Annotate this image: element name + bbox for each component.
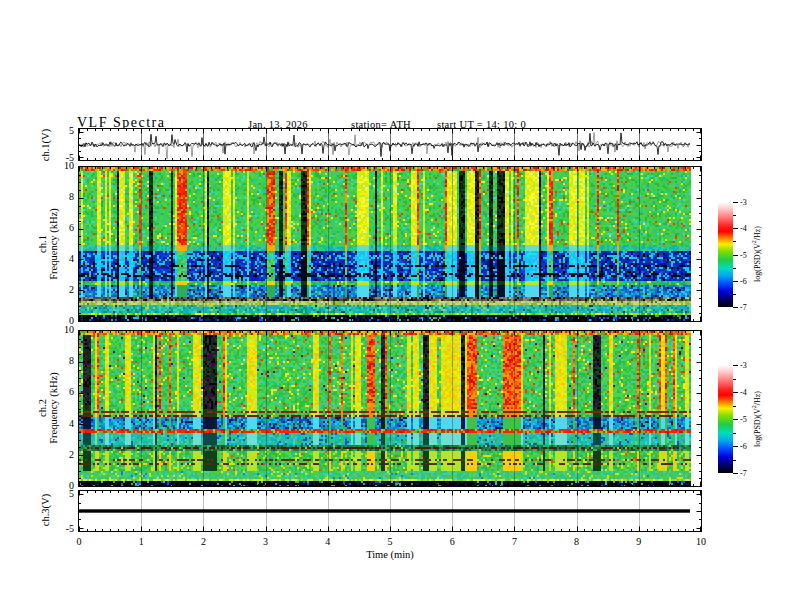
x-tick-label: 3 [251,536,281,548]
colorbar-tick-label: -5 [740,415,747,424]
colorbar-minor-tick [733,406,736,407]
y-tick-label: -5 [44,523,74,535]
x-tick-label: 6 [437,536,467,548]
y-tick-label: 4 [44,418,74,430]
panel-ch1-waveform [78,128,702,161]
x-tick-label: 2 [188,536,218,548]
colorbar-ch1 [718,202,733,307]
colorbar-tick [733,365,738,366]
y-tick-label: 4 [44,253,74,265]
colorbar-tick-label: -7 [740,303,747,312]
colorbar-ch2 [718,365,733,473]
colorbar-tick-label: -7 [740,469,747,478]
colorbar-tick-label: -4 [740,224,747,233]
x-tick-label: 0 [64,536,94,548]
y-tick-label: 10 [44,160,74,172]
x-axis-title: Time (min) [340,549,440,560]
colorbar-tick [733,281,738,282]
colorbar-tick-label: -6 [740,277,747,286]
colorbar-tick-label: -6 [740,442,747,451]
colorbar-tick [733,446,738,447]
x-tick-label: 10 [686,536,716,548]
colorbar-tick [733,228,738,229]
colorbar-minor-tick [733,433,736,434]
x-tick-label: 1 [126,536,156,548]
panel-ch2-spectrogram [78,330,702,487]
x-tick-label: 9 [624,536,654,548]
colorbar-tick-label: -4 [740,388,747,397]
colorbar-tick [733,392,738,393]
colorbar-minor-tick [733,460,736,461]
colorbar-tick [733,419,738,420]
ch2-spectrogram-canvas [79,331,701,486]
colorbar-minor-tick [733,294,736,295]
y-tick-label: 8 [44,355,74,367]
colorbar-minor-tick [733,379,736,380]
colorbar-minor-tick [733,268,736,269]
colorbar-tick [733,473,738,474]
x-tick-label: 7 [499,536,529,548]
colorbar-tick-label: -5 [740,251,747,260]
x-tick-label: 8 [562,536,592,548]
y-tick-label: 8 [44,191,74,203]
y-tick-label: 5 [44,125,74,137]
y-tick-label: 2 [44,284,74,296]
colorbar-minor-tick [733,241,736,242]
ch1-spectrogram-canvas [79,167,701,321]
ch1-waveform-canvas [79,129,701,160]
y-tick-label: 2 [44,449,74,461]
colorbar-tick-label: -3 [740,361,747,370]
vlf-spectra-figure: VLF Spectra Jan. 13, 2026 station= ATH s… [0,0,792,612]
x-tick-label: 4 [313,536,343,548]
ch3-flatline-canvas [79,491,701,531]
y-tick-label: 6 [44,222,74,234]
y-tick-label: 5 [44,488,74,500]
panel-ch3-flatline [78,490,702,532]
x-tick-label: 5 [375,536,405,548]
colorbar-ch1-label: log(PSD)(V2/Hz) [749,209,759,299]
colorbar-tick [733,255,738,256]
colorbar-tick-label: -3 [740,198,747,207]
colorbar-tick [733,202,738,203]
panel-ch1-spectrogram [78,166,702,322]
colorbar-tick [733,307,738,308]
y-tick-label: 10 [44,324,74,336]
colorbar-ch2-label: log(PSD)(V2/Hz) [749,374,759,464]
colorbar-minor-tick [733,215,736,216]
y-tick-label: 6 [44,386,74,398]
